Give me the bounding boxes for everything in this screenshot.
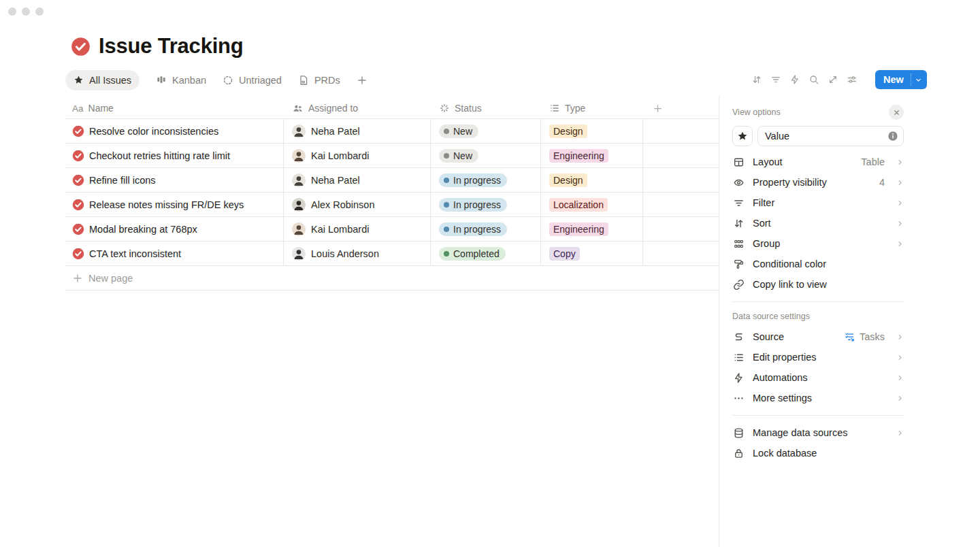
new-page-button[interactable]: New page	[65, 266, 719, 291]
red-check-circle-icon	[72, 174, 84, 186]
menu-item-filter[interactable]: Filter	[732, 193, 904, 213]
view-options-menu: Layout Table Property visibility 4 Filte…	[732, 152, 904, 295]
list-icon	[549, 103, 560, 114]
empty-cell[interactable]	[643, 144, 719, 167]
menu-item-layout[interactable]: Layout Table	[732, 152, 904, 172]
column-header-status[interactable]: Status	[431, 98, 541, 118]
expand-button[interactable]	[828, 74, 838, 85]
table-row[interactable]: Resolve color inconsistencies Neha Patel…	[65, 119, 719, 144]
add-column-button[interactable]	[643, 98, 719, 118]
type-tag[interactable]: Localization	[549, 198, 608, 212]
type-tag[interactable]: Engineering	[549, 149, 608, 163]
column-header-name[interactable]: Aa Name	[65, 98, 284, 118]
document-icon	[298, 75, 309, 86]
menu-item-manage-data-sources[interactable]: Manage data sources	[732, 422, 904, 443]
menu-item-copy-link[interactable]: Copy link to view	[732, 274, 904, 295]
menu-item-automations[interactable]: Automations	[732, 367, 904, 388]
red-check-circle-icon	[71, 37, 91, 56]
issue-title[interactable]: Checkout retries hitting rate limit	[89, 150, 230, 161]
plus-icon	[72, 273, 83, 284]
status-badge[interactable]: New	[439, 125, 478, 138]
status-badge[interactable]: In progress	[439, 222, 507, 236]
menu-item-conditional-color[interactable]: Conditional color	[732, 254, 904, 274]
menu-item-lock-database[interactable]: Lock database	[732, 443, 904, 463]
filter-icon	[732, 197, 745, 209]
type-tag[interactable]: Engineering	[549, 222, 608, 236]
add-view-button[interactable]	[357, 70, 368, 90]
column-header-assigned-to[interactable]: Assigned to	[284, 98, 431, 118]
table-row[interactable]: CTA text inconsistent Louis Anderson Com…	[65, 242, 719, 266]
avatar	[292, 247, 306, 261]
chevron-right-icon	[896, 333, 904, 341]
view-toolbar: New	[751, 70, 927, 89]
empty-cell[interactable]	[643, 168, 719, 192]
empty-cell[interactable]	[643, 119, 719, 143]
tab-kanban[interactable]: Kanban	[156, 70, 206, 90]
new-page-label: New page	[88, 273, 133, 284]
new-button[interactable]: New	[875, 70, 927, 89]
tab-all-issues[interactable]: All Issues	[65, 70, 140, 90]
plus-icon	[653, 103, 663, 114]
menu-item-more-settings[interactable]: More settings	[732, 388, 904, 408]
window-minimize-button[interactable]	[22, 7, 30, 16]
menu-item-sort[interactable]: Sort	[732, 213, 904, 233]
favorite-view-button[interactable]	[732, 126, 753, 146]
star-icon	[737, 131, 748, 142]
tab-label: All Issues	[89, 75, 131, 86]
issue-title[interactable]: CTA text inconsistent	[89, 248, 181, 259]
source-icon	[732, 331, 745, 343]
type-tag[interactable]: Design	[549, 125, 587, 138]
column-header-type[interactable]: Type	[541, 98, 643, 118]
automation-button[interactable]	[789, 74, 800, 85]
empty-cell[interactable]	[643, 217, 719, 241]
eye-icon	[732, 177, 745, 188]
issue-title[interactable]: Release notes missing FR/DE keys	[89, 199, 244, 210]
tab-untriaged[interactable]: Untriaged	[223, 70, 282, 90]
status-dot	[444, 202, 449, 208]
table-row[interactable]: Release notes missing FR/DE keys Alex Ro…	[65, 193, 719, 217]
window-zoom-button[interactable]	[35, 7, 44, 16]
status-badge[interactable]: In progress	[439, 173, 507, 187]
table-layout-icon	[732, 156, 745, 168]
status-badge[interactable]: New	[439, 149, 478, 163]
chevron-right-icon	[896, 159, 904, 166]
issue-title[interactable]: Resolve color inconsistencies	[89, 126, 218, 137]
status-badge[interactable]: Completed	[439, 247, 506, 261]
assignee-name: Kai Lombardi	[311, 224, 369, 235]
window-close-button[interactable]	[8, 7, 16, 16]
database-icon	[732, 427, 745, 439]
tab-prds[interactable]: PRDs	[298, 70, 340, 90]
settings-sliders-button[interactable]	[847, 74, 858, 85]
close-icon[interactable]	[889, 105, 904, 120]
dots-icon	[732, 393, 745, 404]
avatar	[292, 149, 306, 163]
table-header: Aa Name Assigned to Status Type	[65, 98, 719, 119]
chevron-down-icon[interactable]	[911, 70, 927, 89]
section-divider	[732, 415, 904, 416]
issue-title[interactable]: Refine fill icons	[89, 175, 156, 186]
info-icon[interactable]	[887, 131, 898, 142]
menu-item-group[interactable]: Group	[732, 233, 904, 254]
new-button-label[interactable]: New	[875, 70, 911, 89]
view-name-value[interactable]: Value	[765, 131, 887, 142]
search-button[interactable]	[808, 74, 819, 85]
menu-item-property-visibility[interactable]: Property visibility 4	[732, 172, 904, 193]
issue-title[interactable]: Modal breaking at 768px	[89, 224, 197, 235]
filter-button[interactable]	[770, 74, 781, 85]
menu-item-source[interactable]: Source Tasks	[732, 327, 904, 347]
type-tag[interactable]: Copy	[549, 247, 580, 261]
status-badge[interactable]: In progress	[439, 198, 507, 212]
chevron-right-icon	[896, 199, 904, 207]
empty-cell[interactable]	[643, 242, 719, 265]
menu-item-edit-properties[interactable]: Edit properties	[732, 347, 904, 367]
type-tag[interactable]: Design	[549, 173, 587, 187]
empty-cell[interactable]	[643, 193, 719, 216]
table-row[interactable]: Refine fill icons Neha Patel In progress…	[65, 168, 719, 193]
table-row[interactable]: Checkout retries hitting rate limit Kai …	[65, 144, 719, 168]
menu-item-value: 4	[879, 177, 885, 188]
sort-button[interactable]	[751, 74, 762, 85]
section-title: Data source settings	[732, 312, 904, 321]
view-name-input[interactable]: Value	[757, 126, 904, 146]
status-dot	[444, 153, 449, 159]
table-row[interactable]: Modal breaking at 768px Kai Lombardi In …	[65, 217, 719, 242]
